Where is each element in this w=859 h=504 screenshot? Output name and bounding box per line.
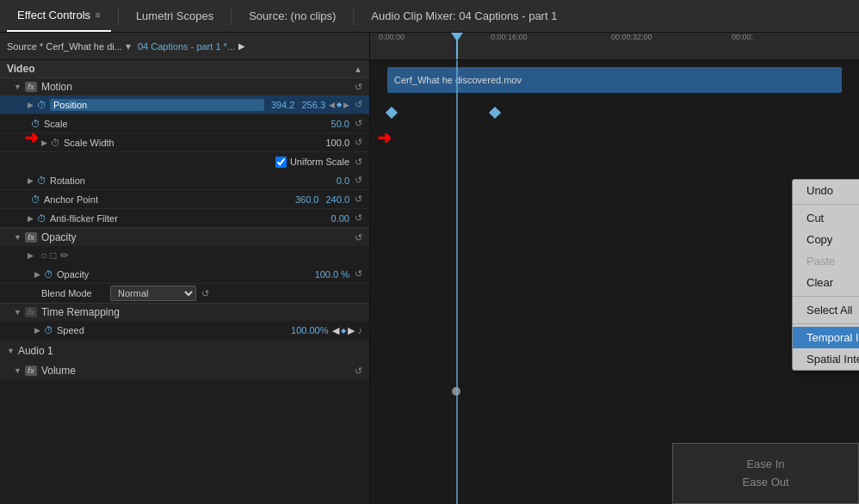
anti-flicker-reset[interactable]: ↺ [355, 212, 362, 224]
blend-mode-select[interactable]: Normal [110, 286, 196, 301]
scale-row: ⏱ Scale 50.0 ↺ [0, 114, 369, 133]
anchor-value2[interactable]: 240.0 [325, 194, 349, 205]
opacity-reset-icon[interactable]: ↺ [355, 232, 362, 243]
cm-cut[interactable]: Cut [793, 207, 859, 229]
opacity-expand-arrow[interactable]: ▼ [14, 233, 22, 242]
anchor-reset[interactable]: ↺ [355, 194, 362, 205]
tab-source[interactable]: Source: (no clips) [238, 0, 346, 32]
speed-value[interactable]: 100.00% [291, 325, 328, 335]
cm-temporal-interpolation[interactable]: Temporal Interpolation ▶ [793, 327, 859, 348]
tab-effect-controls[interactable]: Effect Controls ≡ [7, 0, 111, 32]
clip-name: 04 Captions - part 1 *... [138, 41, 235, 52]
scale-width-reset[interactable]: ↺ [355, 137, 362, 148]
anchor-stopwatch[interactable]: ⏱ [31, 194, 40, 205]
blend-mode-reset[interactable]: ↺ [201, 288, 209, 299]
right-panel: 0;00;00 0;00;16;00 00;00;32;00 00;00; Ce… [370, 33, 859, 504]
position-nav: ◀ ◆ ▶ [329, 101, 349, 109]
ruler-mark-1: 0;00;16;00 [491, 33, 528, 41]
anchor-point-row: ⏱ Anchor Point 360.0 240.0 ↺ [0, 190, 369, 209]
cm-spatial-interpolation[interactable]: Spatial Interpolation ▶ [793, 348, 859, 370]
motion-expand-arrow[interactable]: ▼ [14, 83, 22, 91]
position-value1[interactable]: 394.2 [271, 100, 295, 110]
speed-next[interactable]: ▶ [348, 325, 355, 336]
keyframe-1[interactable] [386, 107, 398, 119]
time-remap-arrow[interactable]: ▼ [14, 308, 22, 317]
cm-undo[interactable]: Undo [793, 180, 859, 201]
opacity-icons-row: ▶ ○ □ ✏ [0, 246, 369, 265]
scale-width-row: ▶ ⏱ Scale Width 100.0 ↺ [0, 133, 369, 152]
opacity-value-stopwatch[interactable]: ⏱ [44, 269, 53, 280]
rotation-stopwatch[interactable]: ⏱ [37, 175, 46, 186]
anti-flicker-expand[interactable]: ▶ [28, 214, 34, 223]
uniform-scale-row: Uniform Scale ↺ [0, 152, 369, 171]
position-value2[interactable]: 256.3 [301, 100, 325, 110]
video-collapse-arrow[interactable]: ▲ [354, 65, 362, 74]
position-stopwatch[interactable]: ⏱ [37, 100, 46, 110]
scale-value[interactable]: 50.0 [331, 119, 349, 129]
rotation-value[interactable]: 0.0 [337, 175, 349, 186]
opacity-circle-icon[interactable]: ○ [40, 249, 46, 261]
opacity-value-label: Opacity [57, 269, 308, 280]
position-reset[interactable]: ↺ [355, 99, 362, 110]
uniform-scale-reset[interactable]: ↺ [355, 157, 362, 168]
speed-prev[interactable]: ◀ [332, 325, 339, 336]
tab-menu-icon[interactable]: ≡ [96, 10, 101, 20]
anti-flicker-value[interactable]: 0.00 [331, 213, 349, 224]
motion-label: Motion [41, 81, 355, 93]
opacity-sub-expand[interactable]: ▶ [28, 251, 34, 260]
opacity-rect-icon[interactable]: □ [50, 249, 56, 261]
position-next-kf[interactable]: ▶ [343, 101, 349, 109]
playhead-body [456, 60, 458, 504]
scale-width-stopwatch[interactable]: ⏱ [51, 138, 60, 148]
cm-paste: Paste [793, 250, 859, 272]
scale-width-expand[interactable]: ▶ [41, 138, 47, 147]
rotation-reset[interactable]: ↺ [355, 175, 362, 186]
tab-lumetri-scopes[interactable]: Lumetri Scopes [126, 0, 224, 32]
keyframe-2[interactable] [489, 107, 501, 119]
cm-copy[interactable]: Copy [793, 229, 859, 250]
scale-reset[interactable]: ↺ [355, 118, 362, 129]
timeline-body[interactable]: Cerf_What he discovered.mov [370, 60, 859, 504]
volume-reset[interactable]: ↺ [355, 366, 362, 377]
tab-label: Effect Controls [17, 9, 90, 22]
time-remapping-header: ▼ fx Time Remapping [0, 303, 369, 321]
context-menu-1: Undo Cut Copy Paste Clear Select All Tem… [792, 179, 859, 371]
opacity-value-expand[interactable]: ▶ [34, 270, 40, 279]
timeline-ruler: 0;00;00 0;00;16;00 00;00;32;00 00;00; [370, 33, 859, 59]
cm-select-all[interactable]: Select All [793, 299, 859, 321]
position-row: ▶ ⏱ Position 394.2 256.3 ◀ ◆ ▶ ↺ [0, 95, 369, 114]
anti-flicker-stopwatch[interactable]: ⏱ [37, 213, 46, 224]
position-prev-kf[interactable]: ◀ [329, 101, 335, 109]
speed-expand[interactable]: ▶ [34, 326, 40, 335]
tab-divider-1 [118, 8, 119, 25]
red-arrow-2: ➜ [377, 127, 392, 148]
source-row: Source * Cerf_What he di... ▾ 04 Caption… [0, 33, 369, 60]
cm-undo-label: Undo [806, 184, 833, 197]
blend-mode-label: Blend Mode [41, 288, 110, 298]
source-dropdown-arrow[interactable]: ▾ [126, 40, 131, 52]
anti-flicker-label: Anti-flicker Filter [50, 213, 324, 224]
source-label: Source * Cerf_What he di... [7, 41, 122, 52]
play-button[interactable]: ▶ [238, 41, 245, 51]
volume-expand[interactable]: ▼ [14, 366, 22, 375]
opacity-value-reset[interactable]: ↺ [355, 268, 362, 280]
tab-label: Lumetri Scopes [136, 9, 213, 22]
audio1-header: ▼ Audio 1 [0, 340, 369, 362]
motion-reset-icon[interactable]: ↺ [355, 82, 362, 93]
uniform-scale-checkbox[interactable] [275, 157, 287, 168]
tab-audio-mixer[interactable]: Audio Clip Mixer: 04 Captions - part 1 [361, 0, 567, 32]
cm-temporal-label: Temporal Interpolation [806, 331, 859, 344]
tab-bar: Effect Controls ≡ Lumetri Scopes Source:… [0, 0, 859, 33]
audio1-arrow[interactable]: ▼ [7, 347, 15, 355]
opacity-value[interactable]: 100.0 % [315, 269, 349, 280]
speed-audio-icon[interactable]: ♪ [358, 325, 363, 335]
speed-stopwatch[interactable]: ⏱ [44, 325, 53, 335]
opacity-pen-icon[interactable]: ✏ [60, 249, 69, 261]
rotation-expand[interactable]: ▶ [28, 176, 34, 185]
cm-clear[interactable]: Clear [793, 272, 859, 293]
opacity-label: Opacity [41, 231, 355, 243]
position-expand[interactable]: ▶ [28, 101, 34, 109]
anchor-value1[interactable]: 360.0 [295, 194, 319, 205]
position-kf-dot[interactable]: ◆ [337, 101, 342, 108]
speed-kf[interactable]: ◆ [341, 327, 346, 335]
